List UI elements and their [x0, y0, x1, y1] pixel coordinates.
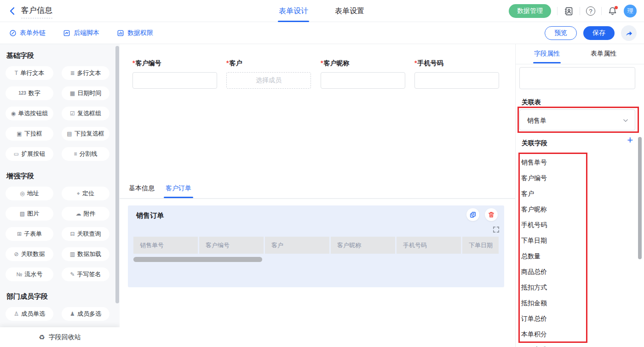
sidebar-scrollbar[interactable]: [115, 46, 119, 303]
header-tabs: 表单设计 表单设置: [279, 0, 364, 22]
member-single-icon: ♙: [14, 311, 19, 317]
related-table-select[interactable]: 销售单: [519, 109, 635, 131]
add-field-button[interactable]: +: [627, 135, 633, 145]
external-link-button[interactable]: 表单外链: [9, 29, 46, 37]
tab-form-settings[interactable]: 表单设置: [335, 0, 364, 22]
data-permission-button[interactable]: 数据权限: [117, 29, 153, 37]
member-select-box[interactable]: 选择成员: [226, 72, 311, 89]
related-field-item[interactable]: 手机号码: [521, 217, 547, 233]
copy-button[interactable]: [466, 208, 479, 221]
related-field-item[interactable]: 下单日期: [521, 233, 547, 248]
related-field-item[interactable]: 抵扣方式: [521, 279, 547, 295]
palette-item-extend-button[interactable]: ▭扩展按钮: [6, 147, 53, 161]
related-table-value: 销售单: [527, 110, 546, 131]
related-field-item[interactable]: 客户昵称: [521, 201, 547, 217]
tab-form-properties[interactable]: 表单属性: [591, 50, 616, 63]
toolbar-links: 表单外链 后端脚本 数据权限: [9, 22, 153, 44]
palette-item-single-line-text[interactable]: T单行文本: [6, 66, 53, 80]
trash-button[interactable]: [485, 208, 498, 221]
field-customer-code[interactable]: *客户编号: [132, 59, 217, 89]
tab-customer-orders[interactable]: 客户订单: [166, 184, 191, 198]
contacts-icon[interactable]: [564, 6, 574, 16]
palette-item-image[interactable]: ▧图片: [6, 207, 53, 221]
panel-scrollbar[interactable]: [638, 137, 642, 259]
palette-item-label: 复选框组: [77, 109, 101, 118]
notification-bell-icon[interactable]: [608, 6, 618, 16]
subform-header-row: 销售单号 客户编号 客户 客户昵称 手机号码 下单日期: [133, 237, 499, 254]
related-field-item[interactable]: 抵扣金额: [521, 295, 547, 311]
required-mark: *: [414, 59, 417, 67]
location-target-icon: ⌖: [77, 191, 80, 196]
palette-item-divider-line[interactable]: ≡分割线: [62, 147, 109, 161]
palette-item-number[interactable]: 123数字: [6, 86, 53, 100]
field-customer[interactable]: *客户 选择成员: [226, 59, 311, 89]
related-field-item[interactable]: 配送方式: [521, 342, 547, 347]
palette-item-attachment[interactable]: ☁附件: [62, 207, 109, 221]
palette-item-radio-group[interactable]: ◉单选按钮组: [6, 107, 53, 120]
help-icon[interactable]: ?: [586, 6, 595, 16]
serial-number-icon: №: [17, 272, 23, 277]
field-recycle-bin[interactable]: ♻ 字段回收站: [0, 327, 120, 347]
divider: [580, 7, 580, 15]
phone-number-input[interactable]: [414, 72, 499, 89]
palette-item-dropdown[interactable]: ▣下拉框: [6, 127, 53, 141]
palette-item-member-multi[interactable]: ♟成员多选: [62, 307, 109, 321]
image-icon: ▧: [20, 211, 25, 216]
expand-icon[interactable]: [492, 226, 500, 233]
palette-item-related-data[interactable]: ⊘关联数据: [6, 247, 53, 261]
dropdown-icon: ▣: [17, 131, 22, 137]
data-manage-button[interactable]: 数据管理: [509, 4, 551, 18]
palette-item-signature[interactable]: ✎手写签名: [62, 267, 109, 281]
palette-item-checkbox-group[interactable]: ☑复选框组: [62, 107, 109, 120]
tab-form-design[interactable]: 表单设计: [279, 0, 308, 22]
share-button[interactable]: [621, 25, 637, 41]
address-pin-icon: ◎: [20, 191, 24, 196]
field-label: *客户编号: [132, 59, 217, 68]
panel-tabs: 字段属性 表单属性: [516, 44, 644, 64]
palette-item-multi-line-text[interactable]: ≣多行文本: [62, 66, 109, 80]
related-query-icon: ⊟: [70, 231, 75, 237]
multi-line-text-icon: ≣: [70, 70, 75, 76]
palette-item-related-query[interactable]: ⊟关联查询: [62, 227, 109, 241]
form-title[interactable]: 客户信息: [21, 5, 52, 18]
save-button[interactable]: 保存: [583, 26, 615, 40]
field-customer-nickname[interactable]: *客户昵称: [321, 59, 405, 89]
related-field-item[interactable]: 总数量: [521, 248, 547, 264]
palette-item-address[interactable]: ◎地址: [6, 187, 53, 200]
palette-item-datetime[interactable]: ▦日期时间: [62, 86, 109, 100]
preview-button[interactable]: 预览: [545, 26, 577, 40]
calendar-icon: ▦: [70, 91, 75, 96]
palette-item-label: 流水号: [24, 270, 42, 279]
related-field-item[interactable]: 商品总价: [521, 264, 547, 279]
avatar[interactable]: 理: [624, 5, 637, 17]
related-field-item[interactable]: 本单积分: [521, 326, 547, 342]
related-field-item[interactable]: 订单总价: [521, 311, 547, 326]
related-field-item[interactable]: 客户编号: [521, 170, 547, 186]
section-title-enhanced-fields: 增强字段: [6, 172, 113, 181]
customer-code-input[interactable]: [132, 72, 217, 89]
required-mark: *: [226, 59, 229, 67]
related-data-icon: ⊘: [14, 251, 18, 257]
palette-item-subform[interactable]: ⊞子表单: [6, 227, 53, 241]
palette-item-label: 定位: [82, 189, 94, 198]
tab-field-properties[interactable]: 字段属性: [534, 50, 560, 63]
palette-item-label: 手写签名: [77, 270, 101, 279]
subform-horizontal-scrollbar[interactable]: [133, 257, 262, 262]
palette-item-label: 日期时间: [77, 89, 101, 97]
field-phone-number[interactable]: *手机号码: [414, 59, 499, 89]
sales-order-subform[interactable]: 销售订单 销售单号: [128, 205, 504, 287]
palette-item-member-single[interactable]: ♙成员单选: [6, 307, 53, 321]
field-name-input[interactable]: [519, 67, 635, 89]
extend-button-icon: ▭: [14, 151, 19, 157]
palette-item-multi-dropdown[interactable]: ▤下拉复选框: [62, 127, 109, 141]
related-field-item[interactable]: 销售单号: [521, 154, 547, 170]
palette-item-serial-number[interactable]: №流水号: [6, 267, 53, 281]
backend-script-button[interactable]: 后端脚本: [63, 29, 99, 37]
related-field-item[interactable]: 客户: [521, 186, 547, 201]
customer-nickname-input[interactable]: [321, 72, 405, 89]
tab-basic-info[interactable]: 基本信息: [129, 184, 155, 198]
back-icon[interactable]: [7, 6, 17, 16]
palette-item-data-load[interactable]: ▥数据加载: [62, 247, 109, 261]
single-line-text-icon: T: [15, 70, 18, 76]
palette-item-location[interactable]: ⌖定位: [62, 187, 109, 200]
